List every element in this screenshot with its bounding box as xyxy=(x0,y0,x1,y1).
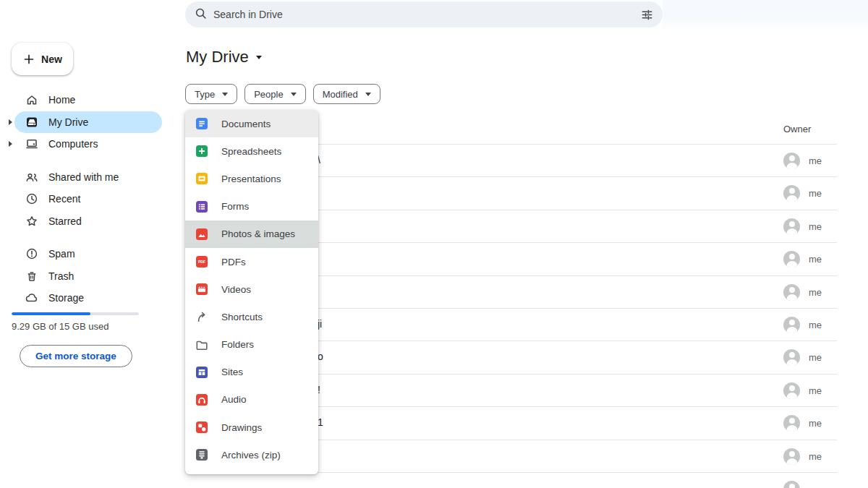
menu-item-label: Photos & images xyxy=(221,228,295,239)
owner-name: me xyxy=(809,287,822,298)
menu-item-spreadsheets[interactable]: Spreadsheets xyxy=(185,137,318,165)
sidebar-nav: HomeMy DriveComputersShared with meRecen… xyxy=(0,89,174,309)
owner-name: me xyxy=(809,188,822,199)
menu-item-forms[interactable]: Forms xyxy=(185,193,318,221)
menu-item-audio[interactable]: Audio xyxy=(185,386,318,414)
new-button[interactable]: New xyxy=(12,43,73,75)
filter-chip-people[interactable]: People xyxy=(244,84,305,104)
filter-chip-modified[interactable]: Modified xyxy=(313,84,380,104)
expand-arrow-icon[interactable] xyxy=(0,119,14,125)
owner-name: me xyxy=(809,254,822,265)
nav-pill: Recent xyxy=(14,188,162,210)
chevron-down-icon xyxy=(365,93,371,96)
owner-name: me xyxy=(809,352,822,363)
nav-pill: Spam xyxy=(14,243,162,265)
menu-item-documents[interactable]: Documents xyxy=(185,110,318,137)
spam-icon xyxy=(25,247,39,261)
owner-cell: me xyxy=(783,185,822,202)
menu-item-pdfs[interactable]: PDFPDFs xyxy=(185,248,318,275)
nav-pill: My Drive xyxy=(14,111,162,133)
sheets-icon xyxy=(195,144,209,158)
avatar xyxy=(783,218,800,235)
sites-icon xyxy=(195,365,209,380)
expand-arrow-icon[interactable] xyxy=(0,141,14,147)
owner-cell: me xyxy=(783,382,822,399)
menu-item-label: Audio xyxy=(221,394,247,405)
owner-column-header: Owner xyxy=(783,124,811,134)
menu-item-label: PDFs xyxy=(221,257,246,267)
owner-cell: me xyxy=(783,153,822,169)
sidebar-item-label: Recent xyxy=(48,193,80,205)
sidebar-item-label: Spam xyxy=(48,248,75,260)
nav-pill: Starred xyxy=(14,210,162,232)
chevron-down-icon xyxy=(256,56,262,59)
menu-item-presentations[interactable]: Presentations xyxy=(185,165,318,192)
sidebar-item-recent[interactable]: Recent xyxy=(0,188,174,210)
menu-item-shortcuts[interactable]: Shortcuts xyxy=(185,303,318,330)
pdf-icon: PDF xyxy=(195,254,209,269)
avatar xyxy=(783,185,800,202)
table-row[interactable] xyxy=(185,472,837,488)
svg-text:PDF: PDF xyxy=(198,260,205,264)
nav-pill: Computers xyxy=(14,133,162,155)
sidebar-item-storage[interactable]: Storage xyxy=(0,287,174,309)
filter-chip-type[interactable]: Type xyxy=(185,84,237,104)
sidebar-item-starred[interactable]: Starred xyxy=(0,210,174,233)
owner-name: me xyxy=(809,320,822,330)
sidebar-item-label: Home xyxy=(48,94,75,106)
owner-cell xyxy=(783,481,800,488)
file-name-fragment: 1 xyxy=(318,416,323,428)
nav-pill: Home xyxy=(14,89,162,111)
triangle-right-icon xyxy=(9,119,12,125)
sidebar-item-home[interactable]: Home xyxy=(0,89,174,111)
starred-icon xyxy=(25,214,39,228)
storage-used-text: 9.29 GB of 15 GB used xyxy=(12,321,109,332)
get-more-storage-button[interactable]: Get more storage xyxy=(20,345,132,367)
avatar xyxy=(783,448,800,465)
plus-icon xyxy=(22,53,35,66)
storage-icon xyxy=(25,291,39,305)
sidebar-item-my-drive[interactable]: My Drive xyxy=(0,111,174,134)
avatar xyxy=(783,284,800,301)
search-icon xyxy=(194,7,208,23)
avatar xyxy=(783,349,800,366)
search-input[interactable] xyxy=(213,9,634,20)
nav-pill: Shared with me xyxy=(14,166,162,188)
menu-item-photos-images[interactable]: Photos & images xyxy=(185,221,318,248)
chevron-down-icon xyxy=(222,93,228,96)
menu-item-sites[interactable]: Sites xyxy=(185,359,318,386)
triangle-right-icon xyxy=(9,141,12,147)
sidebar-item-spam[interactable]: Spam xyxy=(0,243,174,265)
owner-name: me xyxy=(809,221,822,232)
owner-cell: me xyxy=(783,251,822,267)
owner-cell: me xyxy=(783,317,822,333)
menu-item-videos[interactable]: Videos xyxy=(185,275,318,303)
page-title-dropdown[interactable]: My Drive xyxy=(186,48,262,67)
avatar xyxy=(783,415,800,432)
owner-name: me xyxy=(809,451,822,462)
drawings-icon xyxy=(195,420,209,435)
avatar xyxy=(783,382,800,399)
avatar xyxy=(783,317,800,333)
storage-progress-bar xyxy=(12,312,139,315)
menu-item-label: Documents xyxy=(221,119,271,129)
menu-item-drawings[interactable]: Drawings xyxy=(185,414,318,441)
sidebar-item-label: Trash xyxy=(48,270,74,282)
advanced-search-icon[interactable] xyxy=(640,8,654,22)
menu-item-label: Forms xyxy=(221,201,249,212)
menu-item-label: Presentations xyxy=(221,174,281,184)
owner-cell: me xyxy=(783,218,822,235)
photos-icon xyxy=(195,227,209,241)
search-bar[interactable] xyxy=(185,1,663,27)
menu-item-archives-zip[interactable]: Archives (zip) xyxy=(185,441,318,468)
type-filter-menu: DocumentsSpreadsheetsPresentationsFormsP… xyxy=(185,110,318,474)
sidebar-item-shared-with-me[interactable]: Shared with me xyxy=(0,166,174,189)
videos-icon xyxy=(195,282,209,296)
menu-item-label: Sites xyxy=(221,367,243,377)
sidebar-item-trash[interactable]: Trash xyxy=(0,265,174,288)
avatar xyxy=(783,251,800,267)
home-icon xyxy=(25,93,39,107)
sidebar-item-computers[interactable]: Computers xyxy=(0,133,174,155)
forms-icon xyxy=(195,200,209,214)
menu-item-folders[interactable]: Folders xyxy=(185,331,318,359)
